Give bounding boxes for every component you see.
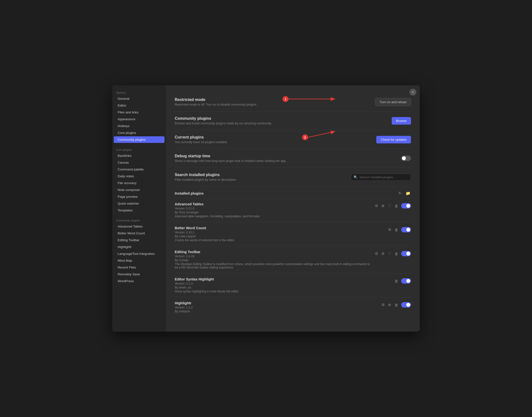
installed-plugins-title: Installed plugins xyxy=(175,191,203,195)
add-icon-advanced-tables[interactable]: ⊕ xyxy=(381,203,385,208)
sidebar-item-editing-toolbar[interactable]: Editing Toolbar xyxy=(114,237,164,243)
search-plugins-section: Search installed plugins Filter installe… xyxy=(175,168,411,187)
toggle-editing-toolbar[interactable] xyxy=(401,251,411,256)
plugin-actions-editing-toolbar: ⚙ ⊕ ♡ 🗑 xyxy=(374,250,411,256)
settings-icon-advanced-tables[interactable]: ⚙ xyxy=(374,203,379,208)
plugin-actions-editor-syntax-highlight: 🗑 xyxy=(394,277,411,284)
sidebar-item-mind-map[interactable]: Mind Map xyxy=(114,257,164,264)
browse-button[interactable]: Browse xyxy=(392,117,411,125)
sidebar-item-community-plugins[interactable]: Community plugins xyxy=(114,136,164,143)
main-content: 1 2 Restricted mode Restricted mode is o… xyxy=(166,85,420,332)
plugin-desc-editor-syntax-highlight: Show syntax highlighing in code blocks t… xyxy=(175,290,391,293)
search-input-wrap: 🔍 xyxy=(351,174,411,181)
plugin-version-highlightr: Version: 1.2.2 xyxy=(175,306,378,309)
restricted-mode-section: Restricted mode Restricted mode is off. … xyxy=(175,93,411,111)
installed-plugins-icons: ↻ 📁 xyxy=(398,190,411,196)
community-plugins-section-label: Community plugins xyxy=(112,217,166,223)
community-plugins-desc: Browse and install community plugins mad… xyxy=(175,122,392,125)
plugin-author-highlightr: By chetachi xyxy=(175,310,378,313)
delete-icon-highlightr[interactable]: 🗑 xyxy=(394,302,399,308)
settings-icon-better-word-count[interactable]: ⚙ xyxy=(388,227,392,232)
plugin-row-editor-syntax-highlight: Editor Syntax Highlight Version: 0.1.3 B… xyxy=(175,273,411,297)
plugin-desc-better-word-count: Counts the words of selected text in the… xyxy=(175,239,385,242)
search-plugins-title: Search installed plugins xyxy=(175,173,351,177)
sidebar-item-backlinks[interactable]: Backlinks xyxy=(114,152,164,159)
plugin-desc-editing-toolbar: The Obsidian Editing Toolbar is modified… xyxy=(175,262,372,269)
open-plugins-folder-button[interactable]: 📁 xyxy=(405,190,411,196)
toggle-editor-syntax-highlight[interactable] xyxy=(401,278,411,284)
sidebar-item-templates[interactable]: Templates xyxy=(114,207,164,214)
sidebar-item-files-links[interactable]: Files and links xyxy=(114,109,164,115)
sidebar-item-quick-switcher[interactable]: Quick switcher xyxy=(114,200,164,207)
debug-startup-title: Debug startup time xyxy=(175,154,401,158)
search-plugins-desc: Filter installed plugins by name or desc… xyxy=(175,178,351,181)
plugin-name-advanced-tables: Advanced Tables xyxy=(175,202,372,206)
current-plugins-desc: You currently have 10 plugins installed. xyxy=(175,140,376,144)
sidebar: Options General Editor Files and links A… xyxy=(112,85,166,332)
plugin-info-advanced-tables: Advanced Tables Version: 0.21.0 By Tony … xyxy=(175,202,372,218)
add-icon-editing-toolbar[interactable]: ⊕ xyxy=(381,251,385,256)
sidebar-item-file-recovery[interactable]: File recovery xyxy=(114,180,164,186)
sidebar-item-canvas[interactable]: Canvas xyxy=(114,159,164,166)
restricted-mode-title: Restricted mode xyxy=(175,98,375,102)
sidebar-item-languagetool[interactable]: LanguageTool Integration xyxy=(114,250,164,257)
sidebar-item-note-composer[interactable]: Note composer xyxy=(114,187,164,193)
sidebar-item-recent-files[interactable]: Recent Files xyxy=(114,264,164,271)
sidebar-item-appearance[interactable]: Appearance xyxy=(114,116,164,122)
delete-icon-editor-syntax-highlight[interactable]: 🗑 xyxy=(394,279,399,284)
plugin-version-better-word-count: Version: 0.10.1 xyxy=(175,231,385,234)
sidebar-item-advanced-tables[interactable]: Advanced Tables xyxy=(114,223,164,230)
plugin-info-editing-toolbar: Editing Toolbar Version: 2.4.16 By Cuman… xyxy=(175,250,372,269)
sidebar-item-general[interactable]: General xyxy=(114,95,164,102)
current-plugins-section: Current plugins You currently have 10 pl… xyxy=(175,130,411,149)
sidebar-item-command-palette[interactable]: Command palette xyxy=(114,166,164,173)
debug-startup-section: Debug startup time Show a message with h… xyxy=(175,149,411,168)
add-icon-highlightr[interactable]: ⊕ xyxy=(388,302,392,308)
plugin-actions-advanced-tables: ⚙ ⊕ ♡ 🗑 xyxy=(374,202,411,208)
settings-icon-highlightr[interactable]: ⚙ xyxy=(381,302,385,308)
toggle-better-word-count[interactable] xyxy=(401,227,411,232)
refresh-plugins-button[interactable]: ↻ xyxy=(398,190,402,196)
toggle-advanced-tables[interactable] xyxy=(401,203,411,208)
plugin-info-better-word-count: Better Word Count Version: 0.10.1 By Luk… xyxy=(175,226,385,242)
plugin-desc-advanced-tables: Improved table navigation, formatting, m… xyxy=(175,215,372,218)
community-plugins-section: Community plugins Browse and install com… xyxy=(175,111,411,130)
community-plugins-title: Community plugins xyxy=(175,116,392,121)
options-section-label: Options xyxy=(112,89,166,95)
sidebar-item-highlightr[interactable]: Highlightr xyxy=(114,244,164,250)
restricted-mode-desc: Restricted mode is off. Turn on to disab… xyxy=(175,103,375,106)
plugin-info-editor-syntax-highlight: Editor Syntax Highlight Version: 0.1.3 B… xyxy=(175,277,391,293)
sidebar-item-better-word-count[interactable]: Better Word Count xyxy=(114,230,164,237)
sidebar-item-wordpress[interactable]: WordPress xyxy=(114,278,164,284)
search-input[interactable] xyxy=(360,175,408,179)
plugin-version-editor-syntax-highlight: Version: 0.1.3 xyxy=(175,282,391,285)
plugin-author-advanced-tables: By Tony Grosinger xyxy=(175,211,372,214)
delete-icon-editing-toolbar[interactable]: 🗑 xyxy=(394,251,399,256)
close-button[interactable]: ✕ xyxy=(409,89,416,96)
settings-dialog: ✕ Options General Editor Files and links… xyxy=(112,85,420,332)
heart-icon-advanced-tables[interactable]: ♡ xyxy=(388,203,392,208)
debug-startup-toggle[interactable] xyxy=(401,156,411,161)
sidebar-item-editor[interactable]: Editor xyxy=(114,102,164,109)
settings-icon-editing-toolbar[interactable]: ⚙ xyxy=(374,251,379,256)
plugin-row-better-word-count: Better Word Count Version: 0.10.1 By Luk… xyxy=(175,222,411,246)
delete-icon-advanced-tables[interactable]: 🗑 xyxy=(394,203,399,208)
sidebar-item-daily-notes[interactable]: Daily notes xyxy=(114,173,164,179)
plugin-actions-better-word-count: ⚙ 🗑 xyxy=(388,226,411,232)
installed-plugins-header: Installed plugins ↻ 📁 xyxy=(175,187,411,198)
heart-icon-editing-toolbar[interactable]: ♡ xyxy=(388,251,392,256)
plugin-info-highlightr: Highlightr Version: 1.2.2 By chetachi xyxy=(175,301,378,313)
plugin-name-better-word-count: Better Word Count xyxy=(175,226,385,230)
plugin-row-advanced-tables: Advanced Tables Version: 0.21.0 By Tony … xyxy=(175,198,411,222)
sidebar-item-remotely-save[interactable]: Remotely Save xyxy=(114,271,164,278)
check-for-updates-button[interactable]: Check for updates xyxy=(376,136,411,143)
plugin-actions-highlightr: ⚙ ⊕ 🗑 xyxy=(381,301,411,308)
toggle-highlightr[interactable] xyxy=(401,302,411,308)
sidebar-item-hotkeys[interactable]: Hotkeys xyxy=(114,123,164,129)
delete-icon-better-word-count[interactable]: 🗑 xyxy=(394,227,399,232)
plugin-author-editing-toolbar: By Cuman xyxy=(175,259,372,262)
sidebar-item-page-preview[interactable]: Page preview xyxy=(114,193,164,200)
current-plugins-title: Current plugins xyxy=(175,135,376,139)
turn-on-reload-button[interactable]: Turn on and reload xyxy=(375,98,411,106)
sidebar-item-core-plugins[interactable]: Core plugins xyxy=(114,129,164,136)
